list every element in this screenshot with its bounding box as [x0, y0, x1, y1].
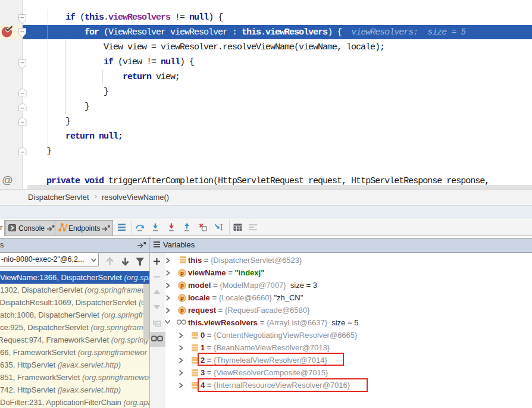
svg-text:p: p	[180, 294, 184, 301]
svg-text:p: p	[180, 269, 184, 276]
svg-text:p: p	[180, 282, 184, 288]
svg-text:p: p	[180, 307, 184, 313]
